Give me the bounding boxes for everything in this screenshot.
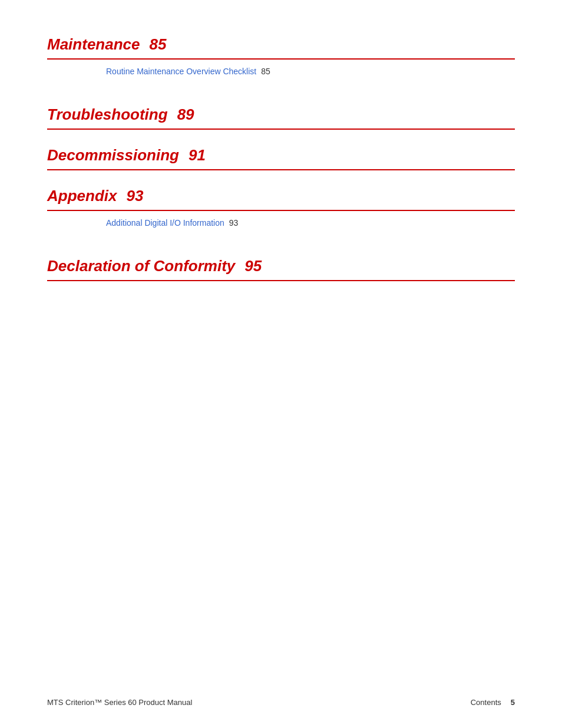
toc-entries-appendix: Additional Digital I/O Information 93 <box>47 211 515 241</box>
section-troubleshooting: Troubleshooting 89 <box>47 106 515 130</box>
toc-entry-page-0-0: 85 <box>261 67 270 76</box>
section-title-text-declaration: Declaration of Conformity <box>47 257 235 275</box>
section-title-declaration: Declaration of Conformity 95 <box>47 257 515 279</box>
section-title-text-appendix: Appendix <box>47 187 117 205</box>
section-page-declaration: 95 <box>244 257 262 275</box>
footer-section-label: Contents <box>471 698 501 707</box>
toc-entries-maintenance: Routine Maintenance Overview Checklist 8… <box>47 60 515 89</box>
section-divider-troubleshooting <box>47 129 515 130</box>
section-declaration: Declaration of Conformity 95 <box>47 257 515 281</box>
toc-entry-0-0: Routine Maintenance Overview Checklist 8… <box>106 67 515 76</box>
section-title-text-maintenance: Maintenance <box>47 35 140 54</box>
section-page-appendix: 93 <box>126 187 143 205</box>
footer-manual-title: MTS Criterion™ Series 60 Product Manual <box>47 698 192 707</box>
toc-entry-page-3-0: 93 <box>229 218 239 228</box>
footer-page-number: 5 <box>511 698 515 707</box>
section-title-maintenance: Maintenance 85 <box>47 35 515 57</box>
section-appendix: Appendix 93 Additional Digital I/O Infor… <box>47 187 515 241</box>
footer-right: Contents 5 <box>471 698 515 707</box>
toc-entry-3-0: Additional Digital I/O Information 93 <box>106 218 515 228</box>
section-header-appendix: Appendix 93 <box>47 187 515 211</box>
section-header-troubleshooting: Troubleshooting 89 <box>47 106 515 130</box>
section-divider-decommissioning <box>47 169 515 170</box>
section-maintenance: Maintenance 85 Routine Maintenance Overv… <box>47 35 515 89</box>
section-title-decommissioning: Decommissioning 91 <box>47 146 515 168</box>
section-title-text-decommissioning: Decommissioning <box>47 146 179 164</box>
section-header-maintenance: Maintenance 85 <box>47 35 515 60</box>
toc-entry-link-3-0[interactable]: Additional Digital I/O Information <box>106 218 224 228</box>
toc-entry-link-0-0[interactable]: Routine Maintenance Overview Checklist <box>106 67 256 76</box>
section-divider-declaration <box>47 280 515 281</box>
section-title-text-troubleshooting: Troubleshooting <box>47 106 168 124</box>
section-title-troubleshooting: Troubleshooting 89 <box>47 106 515 127</box>
section-decommissioning: Decommissioning 91 <box>47 146 515 170</box>
section-page-decommissioning: 91 <box>189 146 206 164</box>
section-page-maintenance: 85 <box>150 35 167 54</box>
section-page-troubleshooting: 89 <box>177 106 194 124</box>
section-title-appendix: Appendix 93 <box>47 187 515 209</box>
section-header-declaration: Declaration of Conformity 95 <box>47 257 515 281</box>
section-header-decommissioning: Decommissioning 91 <box>47 146 515 170</box>
page-footer: MTS Criterion™ Series 60 Product Manual … <box>47 698 515 707</box>
page-content: Maintenance 85 Routine Maintenance Overv… <box>0 0 562 333</box>
